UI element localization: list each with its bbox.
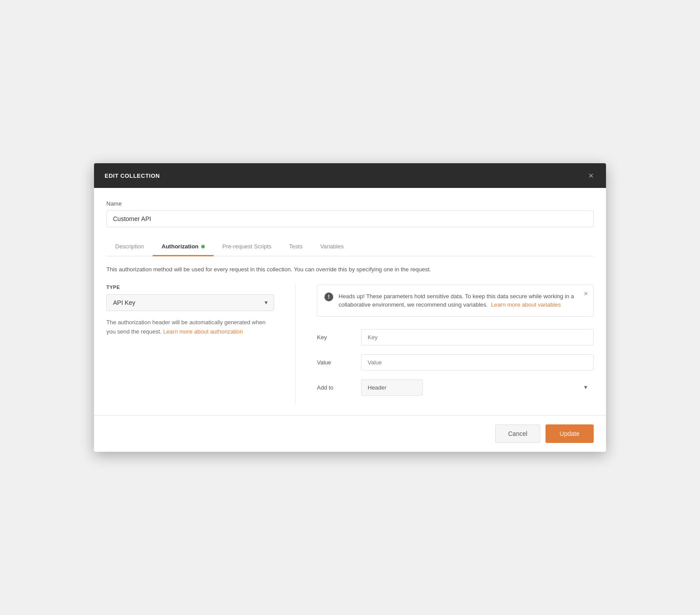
alert-learn-link[interactable]: Learn more about variables <box>489 301 561 308</box>
modal-title: EDIT COLLECTION <box>105 172 160 179</box>
add-to-arrow-icon: ▼ <box>583 384 588 390</box>
value-input[interactable] <box>361 354 594 371</box>
key-label: Key <box>317 334 361 341</box>
learn-more-link[interactable]: Learn more about authorization <box>163 328 243 335</box>
key-input[interactable] <box>361 329 594 345</box>
type-label: TYPE <box>106 285 274 290</box>
close-button[interactable]: × <box>587 171 595 180</box>
vertical-divider <box>295 285 296 405</box>
alert-box: ! Heads up! These parameters hold sensit… <box>317 285 594 317</box>
update-button[interactable]: Update <box>546 424 594 443</box>
add-to-label: Add to <box>317 384 361 391</box>
content-area: TYPE No AuthAPI KeyBearer TokenBasic Aut… <box>106 285 594 415</box>
alert-icon: ! <box>324 292 333 301</box>
edit-collection-modal: EDIT COLLECTION × Name Description Autho… <box>94 163 606 452</box>
name-label: Name <box>106 200 594 207</box>
left-description: The authorization header will be automat… <box>106 318 274 337</box>
value-row: Value <box>317 354 594 371</box>
tab-description[interactable]: Description <box>106 238 153 256</box>
value-label: Value <box>317 359 361 366</box>
type-select-wrapper: No AuthAPI KeyBearer TokenBasic AuthDige… <box>106 294 274 311</box>
modal-body: Name Description Authorization Pre-reque… <box>94 188 606 415</box>
modal-footer: Cancel Update <box>94 415 606 452</box>
name-input[interactable] <box>106 210 594 227</box>
left-panel: TYPE No AuthAPI KeyBearer TokenBasic Aut… <box>106 285 274 405</box>
type-select[interactable]: No AuthAPI KeyBearer TokenBasic AuthDige… <box>106 294 274 311</box>
alert-close-button[interactable]: × <box>584 290 588 297</box>
add-to-row: Add to Header Query Params ▼ <box>317 379 594 396</box>
tab-authorization[interactable]: Authorization <box>153 238 214 256</box>
tab-pre-request[interactable]: Pre-request Scripts <box>214 238 280 256</box>
add-to-select-wrapper: Header Query Params ▼ <box>361 379 594 396</box>
tabs-container: Description Authorization Pre-request Sc… <box>106 238 594 256</box>
alert-text: Heads up! These parameters hold sensitiv… <box>339 292 586 309</box>
modal-header: EDIT COLLECTION × <box>94 163 606 188</box>
authorization-description: This authorization method will be used f… <box>106 265 594 274</box>
key-row: Key <box>317 329 594 345</box>
tab-variables[interactable]: Variables <box>311 238 352 256</box>
tab-tests[interactable]: Tests <box>280 238 311 256</box>
add-to-select[interactable]: Header Query Params <box>361 379 423 396</box>
tab-active-dot <box>201 245 205 248</box>
cancel-button[interactable]: Cancel <box>495 424 540 443</box>
right-panel: ! Heads up! These parameters hold sensit… <box>317 285 594 405</box>
